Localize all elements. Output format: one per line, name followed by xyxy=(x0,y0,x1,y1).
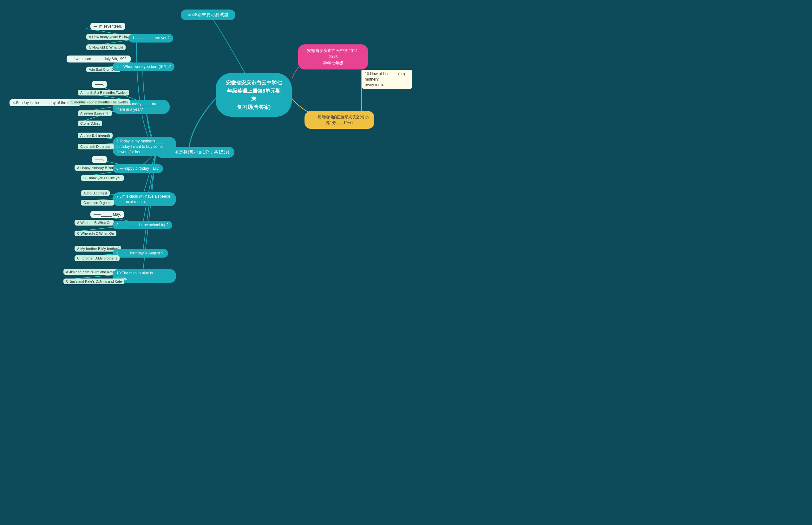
q10-opts-cd: C.Jim's and Kate's D.Jim's and Kate xyxy=(63,279,124,284)
q10-opts-ab: A.Jim and Kate;B.Jim and Kate's xyxy=(63,269,119,275)
q1-text: 1.——_____ are you? xyxy=(129,34,173,43)
q3-opts-gh: C.one D.first xyxy=(78,121,102,126)
q1-opts-ab: A.How many years B.How xyxy=(86,34,132,40)
q6-blank: ——. xyxy=(92,156,107,163)
q3-opts-ab: A.month;Six B.months;Twelve xyxy=(78,90,129,95)
q3-blank: ——. xyxy=(92,81,107,88)
q8-text: 8.——_____ is the school trip? xyxy=(112,221,172,229)
q2-answer: —I was born _____ July 6th,1992. xyxy=(66,56,131,62)
q8-blank: ——_____ May. xyxy=(90,211,124,218)
q2-text: 2.—When were you born(出生)? xyxy=(112,62,175,71)
q5-opts-cd: C.thirtieth D.thirteen xyxy=(78,144,114,149)
q1-opts-cd: C.How old D.What old xyxy=(86,44,125,50)
yellow-section-node: 一、用所给词的正确形式填空(每小 题1分，共10分) xyxy=(304,111,374,129)
title-node: unit8期末复习测试题 xyxy=(181,10,235,20)
q9-text: 9._____birthday is August 9. xyxy=(112,249,168,258)
q7-text: 7.Jim's class will have a speech ____ ne… xyxy=(112,192,176,206)
q9-opts-cd: C.I brother D.My brother's xyxy=(75,255,120,261)
q5-opts-ab: A.thirty B.thirteenth xyxy=(78,133,112,138)
pink-school-node: 安徽省安庆市白云中学2014-2015 学年七年级 xyxy=(298,44,368,70)
q5-text: 5.Today is my mother's ____ birthday.I w… xyxy=(112,137,176,156)
q8-opts-cd: C.Where;In D.When;On xyxy=(75,230,116,236)
q8-opts-ab: A.When;In B.What;On xyxy=(75,220,114,226)
q1-answer: —I'm seventeen. xyxy=(90,23,125,30)
q3-opts-cd: C.months;Four D.months;The twelfth xyxy=(68,99,130,105)
q7-opts-cd: C.concert D.game xyxy=(81,200,114,206)
q6-text: 6.—Happy birthday，Lily. xyxy=(112,164,163,173)
q3-opts-ef: A.seven B.seventh xyxy=(78,110,112,116)
q6-opts-cd: C.Thank you D.I like you xyxy=(81,175,124,181)
q7-opts-ab: A.trip B.contest xyxy=(81,190,110,196)
answer-10: 10.How old is_____(he) mother? xyxy=(362,70,412,84)
center-node: 安徽省安庆市白云中学七 年级英语上册第8单元期末 复习题(含答案) xyxy=(216,73,292,117)
